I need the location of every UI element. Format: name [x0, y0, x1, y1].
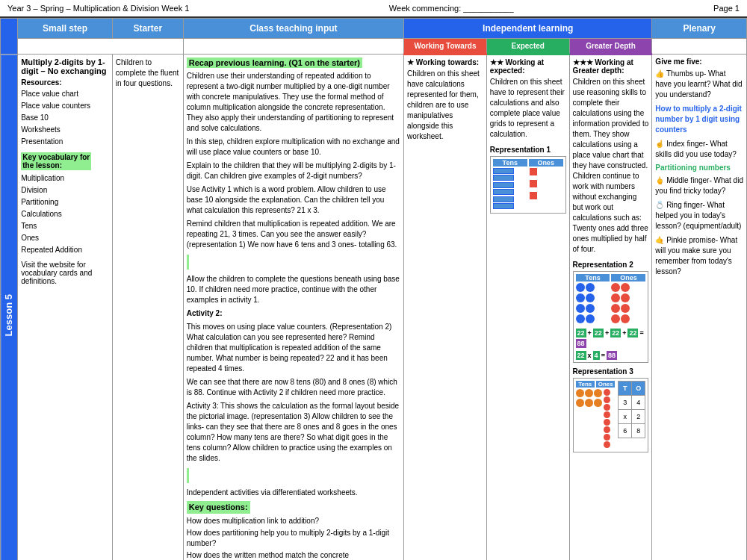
- lesson-title: Multiply 2-digits by 1-digit – No exchan…: [21, 57, 109, 75]
- rep2-title: Representation 2: [573, 261, 649, 269]
- working-text: Children on this sheet have calculations…: [407, 69, 483, 142]
- greater-stars: ★★★ Working at Greater depth:: [573, 58, 649, 75]
- greater-text: Children on this sheet use reasoning ski…: [573, 77, 649, 255]
- header-week: Week commencing: ___________: [389, 4, 514, 13]
- rep3-title: Representation 3: [573, 367, 649, 376]
- page-header: Year 3 – Spring – Multiplication & Divis…: [0, 0, 747, 18]
- rep3-table: T O 3 4 x 2: [618, 381, 645, 449]
- plenary-thumb: 👍 Thumbs up- What have you learnt? What …: [655, 69, 743, 100]
- key-questions-label: Key questions:: [187, 501, 250, 514]
- rep1-ones-header: Ones: [529, 159, 563, 167]
- plenary-pinkie: 🤙 Pinkie promise- What will you make sur…: [655, 235, 743, 277]
- working-towards-cell: ★ Working towards: Children on this shee…: [404, 55, 487, 561]
- plenary-how-link[interactable]: How to multiply a 2-digit number by 1 di…: [655, 104, 743, 135]
- rep3-circles: Tens Ones: [576, 381, 616, 449]
- expected-text: Children on this sheet have to represent…: [490, 77, 566, 140]
- rep1-title: Representation 1: [490, 146, 566, 154]
- resource-list: Place value chart Place value counters B…: [21, 88, 109, 148]
- small-step-cell: Multiply 2-digits by 1-digit – No exchan…: [18, 55, 113, 561]
- rep1-section: Representation 1 Tens Ones: [490, 146, 566, 214]
- lesson-number: Lesson 5: [2, 294, 13, 336]
- key-vocab-label: Key vocabulary forthe lesson:: [21, 152, 91, 170]
- resources-label: Resources:: [21, 78, 109, 87]
- plenary-middle: 🖕 Middle finger- What did you find trick…: [655, 175, 743, 196]
- visit-text: Visit the website for vocabulary cards a…: [21, 261, 109, 285]
- teaching-content: Children use their understanding of repe…: [187, 71, 400, 560]
- subheader-greater: Greater Depth: [569, 39, 652, 55]
- plenary-intro: Give me five:: [655, 57, 743, 66]
- col-header-plenary: Plenary: [652, 19, 747, 39]
- header-title: Year 3 – Spring – Multiplication & Divis…: [7, 4, 189, 13]
- rep1-ones-col: [530, 168, 563, 211]
- col-header-teaching: Class teaching input: [183, 19, 403, 39]
- rep2-section: Representation 2 Tens Ones: [573, 261, 649, 363]
- plenary-partition-link[interactable]: Partitioning numbers: [655, 164, 743, 172]
- expected-stars: ★★ Working at expected:: [490, 58, 566, 75]
- starter-text: Children to complete the fluent in four …: [116, 57, 180, 89]
- recap-label: Recap previous learning. (Q1 on the star…: [187, 57, 362, 68]
- rep1-tens-col: [493, 168, 527, 211]
- rep3-section: Representation 3 Tens Ones: [573, 367, 649, 452]
- starter-cell: Children to complete the fluent in four …: [112, 55, 183, 561]
- teaching-cell: Recap previous learning. (Q1 on the star…: [183, 55, 403, 561]
- greater-depth-cell: ★★★ Working at Greater depth: Children o…: [569, 55, 652, 561]
- plenary-index: ☝ Index finger- What skills did you use …: [655, 139, 743, 160]
- rep1-tens-header: Tens: [493, 159, 527, 167]
- plenary-ring: 💍 Ring finger- What helped you in today'…: [655, 200, 743, 231]
- plenary-cell: Give me five: 👍 Thumbs up- What have you…: [652, 55, 747, 561]
- lesson-number-cell: Lesson 5: [1, 55, 18, 561]
- subheader-expected: Expected: [486, 39, 569, 55]
- rep2-ones-col: [611, 283, 645, 325]
- col-header-indep: Independent learning: [404, 19, 652, 39]
- col-header-starter: Starter: [112, 19, 183, 39]
- working-stars: ★ Working towards:: [407, 58, 483, 66]
- header-page: Page 1: [713, 4, 740, 13]
- expected-cell: ★★ Working at expected: Children on this…: [486, 55, 569, 561]
- subheader-working: Working Towards: [404, 39, 487, 55]
- vocab-list: Multiplication Division Partitioning Cal…: [21, 172, 109, 256]
- rep2-tens-col: [576, 283, 610, 325]
- col-header-smallstep: Small step: [18, 19, 113, 39]
